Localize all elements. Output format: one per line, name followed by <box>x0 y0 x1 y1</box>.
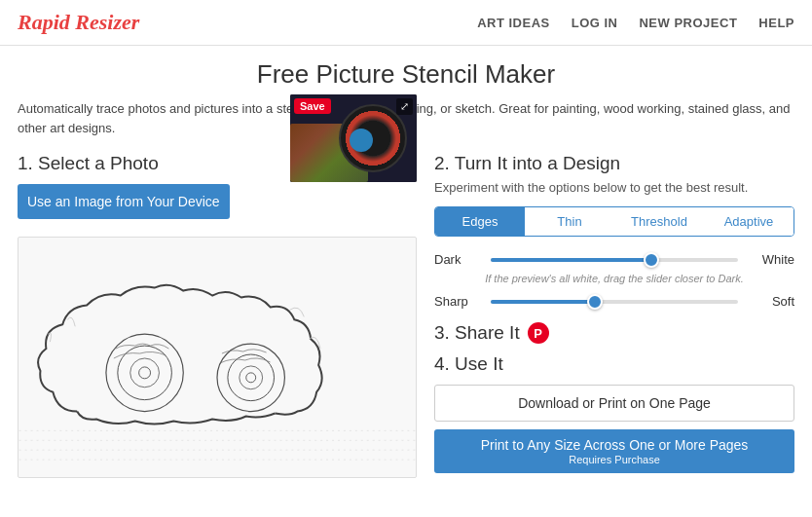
share-section: 3. Share It P <box>434 322 794 344</box>
design-tabs: Edges Thin Threshold Adaptive <box>434 206 794 237</box>
dark-white-thumb[interactable] <box>644 252 659 268</box>
photo-preview: Save ⤢ <box>290 94 417 182</box>
page-title: Free Picture Stencil Maker <box>18 59 794 90</box>
svg-rect-0 <box>19 238 416 477</box>
pinterest-icon[interactable]: P <box>528 322 549 344</box>
tab-adaptive[interactable]: Adaptive <box>704 207 794 236</box>
right-column: 2. Turn It into a Design Experiment with… <box>434 153 794 478</box>
experiment-text: Experiment with the options below to get… <box>434 180 794 195</box>
logo: Rapid Resizer <box>18 10 139 35</box>
print-button[interactable]: Print to Any Size Across One or More Pag… <box>434 429 794 473</box>
nav-log-in[interactable]: LOG IN <box>572 16 618 30</box>
dark-label: Dark <box>434 252 483 267</box>
tab-thin[interactable]: Thin <box>525 207 614 236</box>
stencil-preview <box>18 237 417 478</box>
nav: ART IDEAS LOG IN NEW PROJECT HELP <box>477 16 794 30</box>
sharp-soft-thumb[interactable] <box>587 294 603 310</box>
columns: 1. Select a Photo Use an Image from Your… <box>18 153 794 478</box>
white-label: White <box>746 252 794 267</box>
logo-text: Rapid Resizer <box>18 10 139 34</box>
sharp-soft-slider-row: Sharp Soft <box>434 294 794 309</box>
header: Rapid Resizer ART IDEAS LOG IN NEW PROJE… <box>0 0 812 46</box>
step4-heading: 4. Use It <box>434 353 794 375</box>
sharp-label: Sharp <box>434 294 483 309</box>
dark-white-track <box>491 258 738 262</box>
step3-heading: 3. Share It <box>434 322 520 344</box>
nav-art-ideas[interactable]: ART IDEAS <box>477 16 550 30</box>
download-button[interactable]: Download or Print on One Page <box>434 385 794 422</box>
soft-label: Soft <box>746 294 794 309</box>
slider-hint: If the preview's all white, drag the sli… <box>434 273 794 284</box>
vinyl-label <box>350 129 373 152</box>
main-content: Free Picture Stencil Maker Automatically… <box>0 46 812 488</box>
step2-heading: 2. Turn It into a Design <box>434 153 794 174</box>
left-column: 1. Select a Photo Use an Image from Your… <box>18 153 417 478</box>
stencil-svg <box>18 238 416 477</box>
dark-white-fill <box>491 258 651 262</box>
hint-italic: Dark <box>719 273 741 284</box>
upload-image-button[interactable]: Use an Image from Your Device <box>18 184 230 219</box>
dark-white-slider-row: Dark White <box>434 252 794 267</box>
pinterest-save-button[interactable]: Save <box>294 98 331 114</box>
step1-heading: 1. Select a Photo <box>18 153 230 174</box>
nav-help[interactable]: HELP <box>758 16 794 30</box>
sharp-soft-track <box>491 300 738 304</box>
print-button-label: Print to Any Size Across One or More Pag… <box>481 437 749 453</box>
expand-button[interactable]: ⤢ <box>396 98 413 115</box>
print-button-sub: Requires Purchase <box>442 454 787 465</box>
nav-new-project[interactable]: NEW PROJECT <box>639 16 737 30</box>
tab-threshold[interactable]: Threshold <box>614 207 704 236</box>
sharp-soft-fill <box>491 300 595 304</box>
tab-edges[interactable]: Edges <box>435 207 525 236</box>
